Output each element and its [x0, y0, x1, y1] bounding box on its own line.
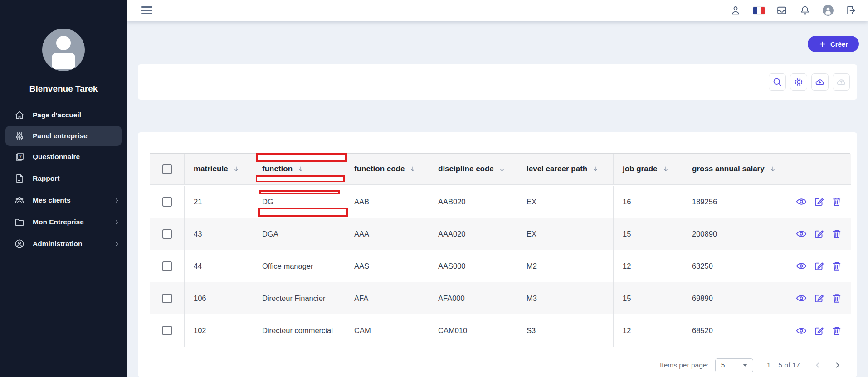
edit-row-button[interactable] — [813, 325, 825, 337]
inbox-icon[interactable] — [776, 5, 788, 16]
cell-value: 15 — [623, 230, 631, 238]
french-flag-icon[interactable] — [753, 5, 765, 16]
cell-value: 68520 — [692, 326, 713, 335]
column-header-label: function — [262, 164, 293, 174]
sort-descending-icon[interactable] — [498, 165, 506, 173]
view-row-button[interactable] — [795, 228, 807, 240]
column-header-level-career-path[interactable]: level career path — [517, 154, 614, 185]
column-header-label: level career path — [527, 164, 587, 174]
column-header-label: function code — [354, 164, 405, 174]
chevron-right-icon — [113, 218, 121, 226]
cell-value: Office manager — [262, 262, 313, 271]
column-header-actions — [787, 154, 851, 185]
column-header-function-code[interactable]: function code — [345, 154, 429, 185]
delete-row-button[interactable] — [831, 260, 843, 272]
cell-value: AAS — [354, 262, 369, 271]
menu-toggle-icon[interactable] — [141, 6, 152, 14]
column-header-job-grade[interactable]: job grade — [614, 154, 683, 185]
row-checkbox[interactable] — [162, 294, 172, 303]
sort-descending-icon[interactable] — [409, 165, 416, 173]
notifications-icon[interactable] — [799, 5, 811, 16]
plus-icon — [819, 40, 826, 48]
cell-function: Directeur Financier — [253, 282, 345, 314]
user-icon[interactable] — [730, 5, 741, 16]
row-checkbox[interactable] — [162, 197, 172, 207]
profile-icon[interactable] — [822, 5, 834, 16]
delete-row-button[interactable] — [831, 325, 843, 337]
row-select-cell — [150, 186, 185, 218]
cell-function-code: AFA — [345, 282, 429, 314]
search-button[interactable] — [769, 73, 786, 91]
cell-value: 12 — [623, 262, 631, 271]
cell-discipline-code: AAA020 — [429, 218, 517, 250]
cell-value: Directeur Financier — [262, 294, 325, 303]
cell-level-career-path: M3 — [517, 282, 614, 314]
cell-discipline-code: AAS000 — [429, 250, 517, 282]
delete-row-button[interactable] — [831, 228, 843, 240]
sidebar-item-label: Page d'accueil — [33, 111, 81, 119]
column-header-discipline-code[interactable]: discipline code — [429, 154, 517, 185]
edit-row-button[interactable] — [813, 228, 825, 240]
page-size-value: 5 — [721, 361, 725, 369]
sidebar-item-rapport[interactable]: Rapport — [0, 168, 127, 189]
settings-button[interactable] — [790, 73, 807, 91]
sort-descending-icon[interactable] — [769, 165, 776, 173]
view-row-button[interactable] — [795, 196, 807, 208]
row-actions-cell — [787, 186, 851, 218]
sliders-icon — [14, 130, 25, 141]
sort-descending-icon[interactable] — [297, 165, 304, 173]
sort-descending-icon[interactable] — [233, 165, 240, 173]
row-actions-cell — [787, 314, 851, 347]
row-checkbox[interactable] — [162, 326, 172, 335]
page-range-label: 1 – 5 of 17 — [767, 361, 800, 369]
select-all-header-cell — [150, 154, 185, 185]
previous-page-button[interactable] — [813, 360, 823, 370]
next-page-button[interactable] — [833, 360, 843, 370]
column-header-label: discipline code — [438, 164, 494, 174]
edit-row-button[interactable] — [813, 196, 825, 208]
sidebar-item-mes-clients[interactable]: Mes clients — [0, 189, 127, 211]
cell-value: 63250 — [692, 262, 713, 271]
sidebar-item-label: Mes clients — [33, 196, 71, 204]
sidebar-item-panel-entreprise[interactable]: Panel entreprise — [5, 126, 122, 146]
view-row-button[interactable] — [795, 325, 807, 337]
view-row-button[interactable] — [795, 292, 807, 304]
sidebar-item-questionnaire[interactable]: ?Questionnaire — [0, 146, 127, 168]
cell-matricule: 106 — [185, 282, 253, 314]
sidebar-item-administration[interactable]: Administration — [0, 233, 127, 255]
column-header-function[interactable]: function — [253, 154, 345, 185]
cell-level-career-path: M2 — [517, 250, 614, 282]
cell-job-grade: 16 — [614, 186, 683, 218]
cloud-download-button[interactable] — [811, 73, 829, 91]
column-header-matricule[interactable]: matricule — [185, 154, 253, 185]
select-all-checkbox[interactable] — [162, 164, 172, 174]
home-icon — [14, 110, 25, 121]
cell-value: 200890 — [692, 230, 717, 238]
cell-value: 16 — [623, 198, 631, 206]
logout-icon[interactable] — [845, 5, 857, 16]
sidebar-item-page-d-accueil[interactable]: Page d'accueil — [0, 104, 127, 126]
edit-row-button[interactable] — [813, 292, 825, 304]
view-row-button[interactable] — [795, 260, 807, 272]
cell-value: AAB — [354, 198, 369, 206]
sidebar-item-label: Questionnaire — [33, 153, 80, 161]
sidebar-item-mon-entreprise[interactable]: Mon Entreprise — [0, 211, 127, 233]
cell-value: CAM — [354, 326, 371, 335]
sort-descending-icon[interactable] — [662, 165, 669, 173]
create-button[interactable]: Créer — [808, 36, 859, 52]
row-checkbox[interactable] — [162, 229, 172, 239]
search-icon — [772, 77, 783, 87]
delete-row-button[interactable] — [831, 292, 843, 304]
sort-descending-icon[interactable] — [592, 165, 599, 173]
page-size-select[interactable]: 5 — [715, 358, 753, 372]
pagination: Items per page: 5 1 – 5 of 17 — [660, 358, 843, 373]
row-select-cell — [150, 218, 185, 250]
edit-row-button[interactable] — [813, 260, 825, 272]
user-avatar — [42, 29, 85, 71]
cell-function: DGA — [253, 218, 345, 250]
cloud-download-icon — [814, 77, 825, 87]
table-toolbar — [138, 64, 857, 100]
column-header-gross-annual-salary[interactable]: gross annual salary — [683, 154, 787, 185]
row-checkbox[interactable] — [162, 261, 172, 271]
delete-row-button[interactable] — [831, 196, 843, 208]
